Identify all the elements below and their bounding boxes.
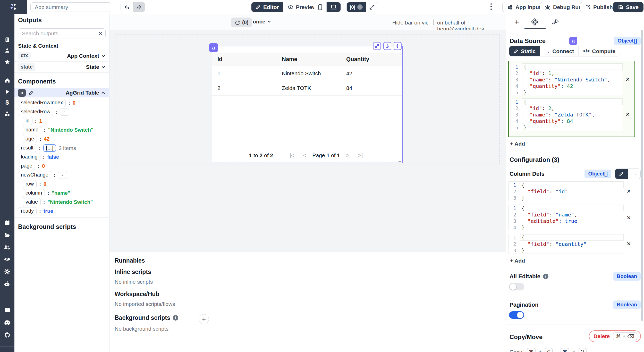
- table-row[interactable]: 1 Nintendo Switch 42: [212, 66, 402, 81]
- cell-name[interactable]: Nintendo Switch: [277, 70, 341, 77]
- column-header-quantity[interactable]: Quantity: [341, 56, 402, 63]
- refresh-components-button[interactable]: (0): [231, 18, 252, 27]
- code-line[interactable]: 1{: [509, 182, 624, 188]
- fullscreen-button[interactable]: [366, 2, 378, 12]
- cell-name[interactable]: Zelda TOTK: [277, 85, 341, 91]
- code-line[interactable]: 5}: [511, 89, 623, 96]
- move-component-button[interactable]: [394, 42, 402, 50]
- output-prop-ready[interactable]: ready:true: [18, 207, 106, 216]
- cell-id[interactable]: 2: [212, 85, 277, 91]
- github-icon[interactable]: [4, 332, 10, 338]
- aggrid-table-component[interactable]: a Id Name Quanti: [212, 46, 403, 163]
- cell-quantity[interactable]: 42: [341, 70, 402, 77]
- json-editor-item-2[interactable]: 1{2 "id": 2,3 "name": "Zelda TOTK",4 "qu…: [511, 98, 623, 131]
- tab-compute[interactable]: </> Compute: [578, 46, 620, 56]
- outputs-width-button[interactable]: |0| i: [347, 2, 366, 12]
- search-outputs-input[interactable]: [18, 30, 96, 37]
- variables-dollar-icon[interactable]: $: [5, 99, 9, 106]
- code-line[interactable]: 2 "id": 2,: [511, 105, 623, 111]
- ai-robot-icon[interactable]: [4, 281, 11, 287]
- output-prop-page[interactable]: page:0: [18, 162, 106, 171]
- code-line[interactable]: 4 "quantity": 42: [511, 83, 623, 89]
- coldef-editor-3[interactable]: 1{2 "field": "quantity"3}: [509, 234, 624, 254]
- next-page-icon[interactable]: >: [344, 152, 352, 158]
- delete-component-button[interactable]: Delete ⌘ + ⌫: [589, 330, 641, 342]
- prop-value[interactable]: -: [58, 172, 67, 179]
- cell-id[interactable]: 1: [212, 70, 277, 77]
- panel-scrollbar[interactable]: [641, 30, 643, 321]
- delete-item-icon[interactable]: ×: [623, 76, 633, 83]
- coldef-editor-2[interactable]: 1{2 "field": "name",3 "editable": true4}: [509, 205, 624, 231]
- output-prop-newChange[interactable]: newChange:-: [18, 171, 106, 180]
- output-prop-selectedRowIndex[interactable]: selectedRowIndex:0: [18, 98, 106, 107]
- component-id-badge[interactable]: a: [209, 43, 218, 52]
- last-page-icon[interactable]: >|: [355, 152, 365, 158]
- delete-coldef-icon[interactable]: ×: [624, 214, 634, 222]
- tab-static[interactable]: Static: [509, 46, 540, 56]
- tab-add-component[interactable]: +: [512, 18, 521, 27]
- state-row[interactable]: state State: [14, 61, 109, 73]
- tab-component-settings[interactable]: [530, 18, 539, 27]
- object-type-pill[interactable]: Object[]: [614, 37, 641, 45]
- output-prop-row[interactable]: row:0: [23, 180, 106, 189]
- table-row[interactable]: 2 Zelda TOTK 84: [212, 81, 402, 96]
- clear-search-icon[interactable]: ×: [96, 30, 105, 37]
- code-line[interactable]: 3}: [509, 195, 624, 201]
- tab-styling[interactable]: [551, 18, 560, 27]
- add-background-script-button[interactable]: +: [199, 314, 209, 324]
- more-menu-button[interactable]: [488, 3, 494, 10]
- add-datasource-item-button[interactable]: + Add: [510, 141, 525, 147]
- output-prop-age[interactable]: age:42: [23, 135, 106, 144]
- discord-icon[interactable]: [4, 320, 11, 325]
- edit-pencil-icon[interactable]: [28, 90, 34, 96]
- coldef-editor-1[interactable]: 1{2 "field": "id"3}: [509, 181, 624, 201]
- settings-gear-icon[interactable]: [4, 269, 10, 275]
- all-editable-toggle[interactable]: [509, 283, 524, 290]
- windmill-logo[interactable]: [0, 0, 27, 14]
- app-summary-input[interactable]: [30, 2, 111, 12]
- code-line[interactable]: 3 "editable": true: [509, 218, 624, 224]
- home-icon[interactable]: [4, 78, 10, 83]
- output-prop-selectedRow[interactable]: selectedRow:-: [18, 107, 106, 116]
- tab-connect[interactable]: → Connect: [540, 46, 578, 56]
- code-line[interactable]: 2 "field": "id": [509, 188, 624, 195]
- hide-bar-checkbox[interactable]: [428, 19, 434, 25]
- app-canvas[interactable]: a Id Name Quanti: [109, 30, 506, 251]
- code-line[interactable]: 3}: [509, 247, 624, 254]
- code-line[interactable]: 1{: [509, 205, 624, 211]
- code-line[interactable]: 4}: [509, 224, 624, 231]
- edit-mode-button[interactable]: [615, 169, 628, 179]
- save-button[interactable]: Save: [613, 2, 643, 12]
- output-prop-result[interactable]: result:[...]2 items: [18, 144, 106, 153]
- output-prop-value[interactable]: value:"Nintendo Switch": [23, 198, 106, 207]
- groups-users-gear-icon[interactable]: [4, 245, 11, 250]
- connect-mode-button[interactable]: →: [628, 169, 640, 179]
- output-prop-id[interactable]: id:1: [23, 116, 106, 125]
- anchor-component-button[interactable]: [383, 42, 391, 50]
- resources-cubes-icon[interactable]: [4, 111, 10, 117]
- schedules-calendar-icon[interactable]: [4, 220, 10, 225]
- publish-button[interactable]: Publish: [580, 2, 618, 12]
- schedule-dropdown[interactable]: once: [253, 19, 272, 25]
- docs-book-icon[interactable]: [4, 307, 11, 313]
- delete-item-icon[interactable]: ×: [623, 111, 633, 119]
- desktop-view-button[interactable]: [326, 2, 341, 12]
- expand-component-button[interactable]: [373, 42, 381, 50]
- output-prop-name[interactable]: name:"Nintendo Switch": [23, 125, 106, 135]
- add-coldef-button[interactable]: + Add: [510, 258, 525, 264]
- code-line[interactable]: 3 "name": "Zelda TOTK",: [511, 111, 623, 118]
- component-a-row[interactable]: a AgGrid Table: [14, 88, 109, 97]
- object-type-pill[interactable]: Object[]: [584, 170, 611, 178]
- ctx-row[interactable]: ctx App Context: [14, 50, 109, 61]
- mobile-view-button[interactable]: [314, 2, 326, 12]
- column-header-name[interactable]: Name: [277, 56, 341, 63]
- output-prop-column[interactable]: column:"name": [23, 189, 106, 198]
- editor-mode-button[interactable]: Editor: [251, 2, 283, 12]
- audit-logs-eye-icon[interactable]: [4, 257, 11, 262]
- column-header-id[interactable]: Id: [212, 56, 277, 63]
- workspace-icon[interactable]: [4, 37, 10, 43]
- redo-button[interactable]: [133, 2, 145, 12]
- favorites-star-icon[interactable]: [4, 59, 10, 65]
- delete-coldef-icon[interactable]: ×: [624, 187, 634, 195]
- resize-handle[interactable]: [399, 159, 401, 162]
